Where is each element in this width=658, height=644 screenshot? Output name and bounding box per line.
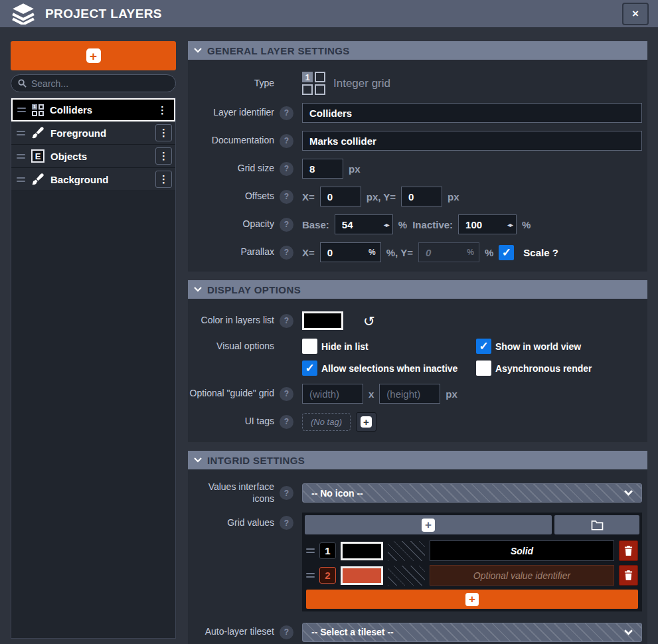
visual-options-label: Visual options — [188, 339, 274, 353]
guide-height-input[interactable] — [379, 384, 440, 404]
parallax-y-input — [418, 242, 479, 262]
help-icon[interactable]: ? — [280, 162, 293, 176]
help-icon[interactable]: ? — [280, 106, 293, 120]
layer-menu-button[interactable]: ⋮ — [155, 171, 172, 188]
delete-value-button[interactable] — [619, 540, 638, 561]
checkbox-show-in-world-view[interactable]: ✓ Show in world view — [476, 339, 642, 354]
checkbox-icon[interactable] — [302, 339, 317, 354]
offset-y-input[interactable] — [401, 187, 442, 206]
layer-type-value: Integer grid — [333, 77, 390, 90]
check-icon: ✓ — [305, 361, 314, 375]
drag-handle-icon[interactable] — [17, 177, 25, 182]
layer-menu-button[interactable]: ⋮ — [155, 147, 172, 165]
help-icon[interactable]: ? — [280, 190, 293, 204]
help-icon[interactable]: ? — [280, 314, 293, 328]
type-row: Type 1 Integer grid — [188, 72, 647, 95]
color-label: Color in layers list — [188, 315, 274, 327]
opacity-base-input[interactable] — [335, 214, 393, 234]
checkbox-hide-in-list[interactable]: Hide in list — [302, 339, 476, 354]
plus-icon: + — [86, 48, 101, 63]
opacity-row: Opacity ? Base: ◂▸ % Inactive: ◂▸ % — [188, 214, 647, 234]
no-tag-chip: (No tag) — [302, 413, 351, 431]
check-icon: ✓ — [479, 339, 488, 353]
add-value-bottom-button[interactable]: + — [306, 590, 638, 609]
help-icon[interactable]: ? — [280, 134, 293, 148]
documentation-row: Documentation ? — [188, 131, 647, 151]
section-header-display[interactable]: DISPLAY OPTIONS — [188, 280, 647, 299]
reset-color-icon[interactable]: ↺ — [363, 314, 375, 328]
values-icons-select[interactable]: -- No icon -- — [302, 483, 642, 503]
checkbox-icon[interactable] — [476, 361, 491, 376]
layer-row-foreground[interactable]: Foreground ⋮ — [11, 121, 175, 145]
layer-name: Colliders — [50, 104, 92, 116]
guide-width-input[interactable] — [302, 384, 363, 404]
tiles-layer-icon — [31, 173, 44, 186]
search-input[interactable]: Search... — [11, 74, 176, 92]
help-icon[interactable]: ? — [280, 486, 293, 500]
offset-x-input[interactable] — [320, 187, 361, 206]
delete-value-button[interactable] — [619, 565, 638, 586]
identifier-row: Layer identifier ? — [188, 103, 647, 123]
help-icon[interactable]: ? — [280, 387, 293, 401]
checkbox-icon[interactable]: ✓ — [302, 361, 317, 376]
help-icon[interactable]: ? — [280, 415, 293, 429]
drag-handle-icon[interactable] — [17, 154, 25, 159]
parallax-x-input[interactable] — [320, 242, 381, 262]
value-color-swatch[interactable] — [341, 566, 383, 585]
add-tag-button[interactable]: + — [356, 412, 376, 432]
grid-size-label: Grid size — [188, 163, 274, 175]
grid-size-input[interactable] — [302, 159, 343, 179]
kebab-icon: ⋮ — [159, 127, 169, 139]
chevron-down-icon — [194, 287, 202, 292]
close-button[interactable]: × — [622, 3, 649, 25]
drag-handle-icon[interactable] — [306, 573, 315, 578]
value-number-badge: 2 — [319, 567, 336, 584]
checkbox-asynchronous-render[interactable]: Asynchronous render — [476, 361, 642, 376]
value-name-input[interactable] — [430, 540, 614, 561]
layer-row-colliders[interactable]: 1 Colliders ⋮ — [11, 98, 175, 121]
value-name-input[interactable] — [430, 565, 614, 586]
help-icon[interactable]: ? — [280, 625, 293, 639]
auto-tileset-select[interactable]: -- Select a tileset -- — [302, 623, 642, 642]
opacity-inactive-input[interactable] — [458, 214, 517, 234]
value-color-swatch[interactable] — [341, 542, 383, 560]
layer-row-background[interactable]: Background ⋮ — [11, 168, 175, 191]
checkbox-icon[interactable]: ✓ — [476, 339, 491, 354]
grid-value-row-1[interactable]: 1 — [306, 538, 638, 563]
section-header-general[interactable]: GENERAL LAYER SETTINGS — [188, 41, 647, 60]
add-layer-button[interactable]: + — [11, 41, 176, 70]
section-header-intgrid[interactable]: INTGRID SETTINGS — [188, 451, 647, 469]
guide-grid-label: Optional "guide" grid — [188, 388, 274, 400]
trash-icon — [624, 570, 633, 580]
help-icon[interactable]: ? — [280, 246, 293, 260]
layer-menu-button[interactable]: ⋮ — [154, 102, 171, 119]
add-value-button[interactable]: + — [305, 515, 552, 534]
layer-color-swatch[interactable] — [302, 311, 343, 330]
layer-list: 1 Colliders ⋮ Foreground ⋮ E Objects ⋮ — [11, 98, 176, 639]
help-icon[interactable]: ? — [280, 218, 293, 232]
grid-value-row-2[interactable]: 2 — [306, 563, 638, 588]
section-general: GENERAL LAYER SETTINGS Type 1 Integer gr… — [188, 41, 647, 272]
help-icon[interactable]: ? — [280, 516, 293, 530]
checkbox-allow-selections-when-inactive[interactable]: ✓ Allow selections when inactive — [302, 361, 476, 376]
documentation-input[interactable] — [302, 131, 642, 151]
chevron-down-icon — [624, 490, 633, 496]
trash-icon — [624, 546, 633, 556]
parallax-row: Parallax ? X= % %, Y= % % ✓ Scale ? — [188, 242, 647, 262]
layer-name: Foreground — [50, 127, 106, 139]
parallax-scale-checkbox[interactable]: ✓ — [499, 245, 514, 260]
section-intgrid: INTGRID SETTINGS Values interface icons … — [188, 451, 647, 644]
opacity-label: Opacity — [188, 218, 274, 230]
layer-row-objects[interactable]: E Objects ⋮ — [11, 145, 175, 168]
drag-handle-icon[interactable] — [17, 131, 25, 135]
layer-menu-button[interactable]: ⋮ — [155, 124, 172, 141]
drag-handle-icon[interactable] — [17, 108, 26, 112]
kebab-icon: ⋮ — [157, 104, 167, 116]
hatch-separator — [388, 541, 425, 561]
value-groups-button[interactable] — [554, 515, 639, 534]
layer-identifier-input[interactable] — [302, 103, 642, 123]
drag-handle-icon[interactable] — [306, 548, 315, 553]
kebab-icon: ⋮ — [159, 150, 169, 162]
section-display: DISPLAY OPTIONS Color in layers list ? ↺… — [188, 280, 647, 442]
guide-grid-row: Optional "guide" grid ? x px — [188, 384, 647, 404]
